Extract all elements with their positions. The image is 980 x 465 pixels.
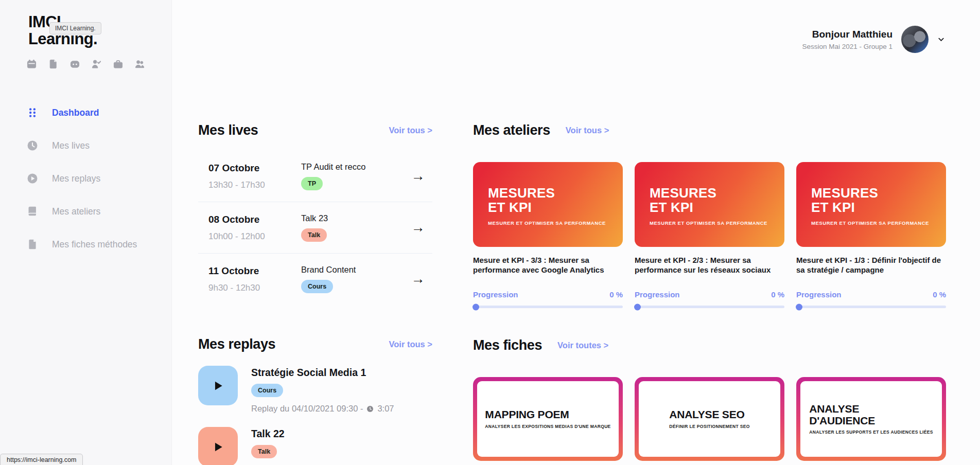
replay-thumbnail[interactable]	[198, 427, 238, 465]
sidebar-item-mes-lives[interactable]: Mes lives	[27, 140, 137, 151]
document-icon[interactable]	[48, 59, 58, 69]
fiche-cover-subtitle: ANALYSER LES EXPOSITIONS MEDIAS D'UNE MA…	[485, 424, 610, 429]
fiche-cover-title: ANALYSE D'AUDIENCE	[809, 403, 918, 426]
fiche-cover-image[interactable]: MAPPING POEM ANALYSER LES EXPOSITIONS ME…	[473, 377, 623, 461]
replay-row[interactable]: Talk 22 Talk Replay du 01/10/2021 10:00 …	[198, 427, 432, 465]
atelier-card[interactable]: MESURES ET KPI MESURER ET OPTIMISER SA P…	[635, 162, 784, 308]
avatar[interactable]	[901, 26, 929, 53]
calendar-icon[interactable]	[27, 59, 37, 69]
fiche-cover-subtitle: DÉFINIR LE POSITIONNEMENT SEO	[669, 424, 750, 429]
live-badge: TP	[301, 177, 323, 190]
sidebar-item-label: Dashboard	[52, 108, 99, 118]
voir-toutes-fiches-link[interactable]: Voir toutes >	[557, 341, 608, 350]
logo-tooltip: IMCI Learning.	[49, 22, 101, 34]
atelier-cover-image[interactable]: MESURES ET KPI MESURER ET OPTIMISER SA P…	[635, 162, 784, 247]
fiche-cover-title: MAPPING POEM	[485, 409, 594, 421]
atelier-cover-image[interactable]: MESURES ET KPI MESURER ET OPTIMISER SA P…	[796, 162, 946, 247]
sidebar-nav: Dashboard Mes lives Mes replays Mes atel…	[27, 107, 137, 250]
fiche-cover-image[interactable]: ANALYSE SEO DÉFINIR LE POSITIONNEMENT SE…	[635, 377, 784, 461]
live-badge: Talk	[301, 228, 327, 242]
play-icon	[213, 441, 224, 453]
sidebar-item-label: Mes fiches méthodes	[52, 239, 137, 250]
progress-value: 0 %	[609, 290, 623, 299]
live-badge: Cours	[301, 280, 333, 293]
fiche-card[interactable]: MAPPING POEM ANALYSER LES EXPOSITIONS ME…	[473, 377, 623, 465]
replay-meta-text: Replay du 04/10/2021 09:30 -	[251, 404, 363, 414]
atelier-title: Mesure et KPI - 3/3 : Mesurer sa perform…	[473, 256, 623, 284]
atelier-cover-title: MESURES ET KPI	[650, 186, 722, 214]
fiche-cover-image[interactable]: ANALYSE D'AUDIENCE ANALYSER LES SUPPORTS…	[796, 377, 946, 461]
fiche-card[interactable]: ANALYSE D'AUDIENCE ANALYSER LES SUPPORTS…	[796, 377, 946, 465]
play-icon	[213, 380, 224, 391]
sidebar: IMCI Learning. IMCI Learning. Dashboard …	[0, 0, 172, 465]
play-circle-icon	[27, 173, 38, 184]
atelier-card[interactable]: MESURES ET KPI MESURER ET OPTIMISER SA P…	[473, 162, 623, 308]
live-name: TP Audit et recco	[301, 162, 404, 172]
voir-tous-ateliers-link[interactable]: Voir tous >	[566, 126, 609, 135]
right-column: Mes ateliers Voir tous > MESURES ET KPI …	[473, 122, 947, 465]
live-date: 08 Octobre	[208, 214, 301, 225]
progress-value: 0 %	[933, 290, 946, 299]
replay-thumbnail[interactable]	[198, 366, 238, 405]
arrow-right-icon[interactable]: →	[404, 168, 432, 184]
live-name: Talk 23	[301, 213, 404, 223]
left-column: Mes lives Voir tous > 07 Octobre 13h30 -…	[198, 122, 432, 465]
atelier-cover-title: MESURES ET KPI	[811, 186, 883, 214]
atelier-cover-subtitle: MESURER ET OPTIMISER SA PERFORMANCE	[811, 220, 931, 226]
live-time: 10h00 - 12h00	[208, 231, 301, 242]
users-icon[interactable]	[135, 59, 145, 69]
arrow-right-icon[interactable]: →	[404, 271, 432, 287]
atelier-cover-title: MESURES ET KPI	[488, 186, 560, 214]
section-title-mes-fiches: Mes fiches	[473, 337, 542, 353]
section-mes-ateliers: Mes ateliers Voir tous > MESURES ET KPI …	[473, 122, 947, 308]
clock-icon	[27, 140, 38, 151]
live-row[interactable]: 08 Octobre 10h00 - 12h00 Talk 23 Talk →	[198, 202, 432, 253]
progress-value: 0 %	[771, 290, 784, 299]
briefcase-icon[interactable]	[113, 59, 123, 69]
live-name: Brand Content	[301, 265, 404, 275]
section-mes-fiches: Mes fiches Voir toutes > MAPPING POEM AN…	[473, 337, 947, 465]
sidebar-item-label: Mes ateliers	[52, 206, 100, 217]
atelier-cover-image[interactable]: MESURES ET KPI MESURER ET OPTIMISER SA P…	[473, 162, 623, 247]
sidebar-item-mes-ateliers[interactable]: Mes ateliers	[27, 206, 137, 217]
section-title-mes-ateliers: Mes ateliers	[473, 122, 550, 138]
book-icon	[27, 206, 38, 217]
atelier-cover-subtitle: MESURER ET OPTIMISER SA PERFORMANCE	[650, 220, 769, 226]
live-row[interactable]: 07 Octobre 13h30 - 17h30 TP Audit et rec…	[198, 151, 432, 202]
live-time: 13h30 - 17h30	[208, 180, 301, 190]
grid-dots-icon	[27, 107, 38, 118]
chevron-down-icon[interactable]	[937, 35, 945, 43]
progress-dot	[634, 303, 641, 310]
progress-dot	[796, 303, 802, 310]
fiche-card[interactable]: ANALYSE SEO DÉFINIR LE POSITIONNEMENT SE…	[635, 377, 784, 465]
progress-bar	[796, 306, 946, 308]
discord-icon[interactable]	[70, 59, 80, 69]
replay-row[interactable]: Stratégie Social Media 1 Cours Replay du…	[198, 366, 432, 414]
progress-bar	[635, 306, 784, 308]
replay-badge: Talk	[251, 445, 277, 458]
browser-status-url: https://imci-learning.com	[0, 454, 83, 465]
file-icon	[27, 239, 38, 250]
atelier-card[interactable]: MESURES ET KPI MESURER ET OPTIMISER SA P…	[796, 162, 946, 308]
replay-badge: Cours	[251, 384, 283, 397]
section-mes-replays: Mes replays Voir tous > Stratégie Social…	[198, 336, 432, 465]
live-time: 9h30 - 12h30	[208, 283, 301, 293]
replay-title: Talk 22	[251, 428, 394, 440]
progress-label: Progression	[473, 290, 518, 299]
sidebar-item-mes-fiches-methodes[interactable]: Mes fiches méthodes	[27, 239, 137, 250]
voir-tous-replays-link[interactable]: Voir tous >	[389, 339, 433, 349]
session-text: Session Mai 2021 - Groupe 1	[802, 43, 892, 50]
user-header: Bonjour Matthieu Session Mai 2021 - Grou…	[802, 26, 945, 53]
section-mes-lives: Mes lives Voir tous > 07 Octobre 13h30 -…	[198, 122, 432, 305]
live-date: 07 Octobre	[208, 163, 301, 174]
greeting-text: Bonjour Matthieu	[802, 29, 892, 40]
live-row[interactable]: 11 Octobre 9h30 - 12h30 Brand Content Co…	[198, 253, 432, 305]
fiche-cover-subtitle: ANALYSER LES SUPPORTS ET LES AUDIENCES L…	[809, 430, 933, 435]
arrow-right-icon[interactable]: →	[404, 220, 432, 236]
sidebar-item-dashboard[interactable]: Dashboard	[27, 107, 137, 118]
sidebar-item-mes-replays[interactable]: Mes replays	[27, 173, 137, 184]
atelier-title: Mesure et KPI - 1/3 : Définir l'objectif…	[796, 256, 946, 284]
user-check-icon[interactable]	[92, 59, 101, 69]
voir-tous-lives-link[interactable]: Voir tous >	[389, 126, 433, 135]
replay-duration: 3:07	[377, 404, 394, 414]
